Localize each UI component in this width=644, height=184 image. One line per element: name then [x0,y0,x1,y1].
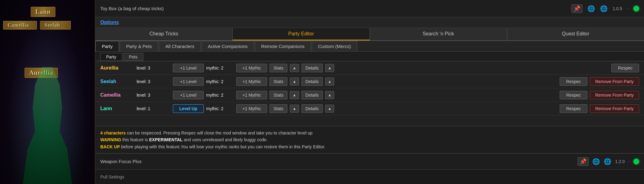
btn-arrow-details-lann[interactable]: ▲ [325,105,334,113]
char-name-seelah: Seelah [100,79,134,84]
btn-arrow-stats-seelah[interactable]: ▲ [290,78,299,86]
btn-details-aurellia[interactable]: Details [302,64,323,72]
pin-icon-top[interactable]: 📌 [571,4,582,13]
top-bar: Toy Box (a bag of cheap tricks) 📌 🌐 🌐 1.… [95,0,644,17]
char-level-aurellia: level: 3 [137,66,170,70]
bottom-bar-1-title: Weapon Focus Plus [100,159,574,164]
btn-respec-seelah[interactable]: Respec [560,77,587,86]
left-panel: Lann Camellia Seelah Aurellia [0,0,95,184]
btn-level-up-seelah[interactable]: +1 Level [173,77,204,86]
dash-bottom1: - [628,159,630,164]
btn-arrow-stats-aurellia[interactable]: ▲ [290,64,299,72]
label-lann: Lann [31,7,55,17]
table-row: Seelah level: 3 +1 Level mythic: 2 +1 My… [95,75,644,88]
sub-tab-custom-mercs[interactable]: Custom (Mercs) [312,41,358,51]
info-warn: WARNING [100,137,121,142]
info-bold2: EXPERIMENTAL [149,137,183,142]
label-seelah: Seelah [40,21,71,30]
sub-tab-remote-companions[interactable]: Remote Companions [255,41,311,51]
globe-icon-top2: 🌐 [600,5,608,12]
btn-mythic-aurellia[interactable]: +1 Mythic [236,64,267,72]
btn-remove-camellia[interactable]: Remove From Party [590,91,639,99]
options-link[interactable]: Options [100,20,119,25]
char-mythic-lann: mythic: 2 [206,106,234,111]
btn-details-lann[interactable]: Details [302,104,323,113]
tab-party-editor[interactable]: Party Editor [233,28,370,40]
info-line3: BACK UP before playing with this feature… [100,143,639,150]
btn-arrow-stats-camellia[interactable]: ▲ [290,91,299,99]
btn-arrow-details-camellia[interactable]: ▲ [325,91,334,99]
btn-mythic-lann[interactable]: +1 Mythic [236,104,267,113]
tab-search-pick[interactable]: Search 'n Pick [370,28,507,40]
info-box: 4 characters can be respecced. Pressing … [95,126,644,153]
btn-mythic-camellia[interactable]: +1 Mythic [236,91,267,99]
tab-cheap-tricks[interactable]: Cheap Tricks [95,28,233,40]
top-bar-title: Toy Box (a bag of cheap tricks) [100,6,566,11]
globe-icon-bottom1b: 🌐 [604,158,611,165]
btn-mythic-seelah[interactable]: +1 Mythic [236,77,267,86]
char-name-camellia: Camellia [100,92,134,98]
table-row: Lann level: 1 Level Up mythic: 2 +1 Myth… [95,102,644,115]
pin-icon-bottom1[interactable]: 📌 [578,157,589,166]
btn-level-up-aurellia[interactable]: +1 Level [173,64,204,72]
btn-respec-lann[interactable]: Respec [560,104,587,113]
btn-stats-camellia[interactable]: Stats [270,91,287,99]
char-level-seelah: level: 3 [137,79,170,84]
label-camellia: Camellia [3,21,37,30]
btn-arrow-details-aurellia[interactable]: ▲ [325,64,334,72]
btn-respec-aurellia[interactable]: Respec [611,64,639,72]
btn-respec-camellia[interactable]: Respec [560,91,587,99]
btn-stats-aurellia[interactable]: Stats [270,64,287,72]
btn-level-up-camellia[interactable]: +1 Level [173,91,204,99]
char-mythic-seelah: mythic: 2 [206,79,234,84]
main-panel: Toy Box (a bag of cheap tricks) 📌 🌐 🌐 1.… [95,0,644,184]
btn-remove-lann[interactable]: Remove From Party [590,104,639,113]
globe-icon-bottom1a: 🌐 [592,158,600,165]
char-level-lann: level: 1 [137,106,170,111]
btn-stats-lann[interactable]: Stats [270,104,287,113]
dash-top: - [627,6,629,11]
bottom-bar-1: Weapon Focus Plus 📌 🌐 🌐 1.2.0 - [95,153,644,169]
sub-tabs-row2: Party Pets [95,52,644,61]
char-level-camellia: level: 3 [137,93,170,98]
bottom-bar-2: Pull Settings [95,169,644,184]
sub-tab2-pets[interactable]: Pets [123,53,143,61]
btn-level-up-lann[interactable]: Level Up [173,104,204,113]
info-rest2: and uses unreleased and likely buggy cod… [184,137,267,142]
sub-tab-active-companions[interactable]: Active Companions [202,41,254,51]
table-row: Camellia level: 3 +1 Level mythic: 2 +1 … [95,88,644,102]
info-bold1: 4 characters [100,130,126,135]
info-line2: WARNING this feature is EXPERIMENTAL and… [100,136,639,143]
version-bottom1: 1.2.0 [615,159,625,164]
status-dot-top [634,6,639,11]
sub-tab-all-characters[interactable]: All Characters [159,41,201,51]
btn-remove-seelah[interactable]: Remove From Party [590,77,639,86]
tab-quest-editor[interactable]: Quest Editor [507,28,644,40]
status-dot-bottom1 [634,159,639,164]
sub-tab-party-pets[interactable]: Party & Pets [120,41,158,51]
globe-icon-top1: 🌐 [587,5,595,12]
sub-tabs: Party Party & Pets All Characters Active… [95,41,644,52]
char-name-aurellia: Aurellia [100,65,134,71]
char-mythic-camellia: mythic: 2 [206,93,234,98]
main-tabs: Cheap Tricks Party Editor Search 'n Pick… [95,28,644,41]
info-backup: BACK UP [100,144,120,149]
btn-details-seelah[interactable]: Details [302,77,323,86]
btn-stats-seelah[interactable]: Stats [270,77,287,86]
options-bar: Options [95,17,644,28]
btn-details-camellia[interactable]: Details [302,91,323,99]
char-mythic-aurellia: mythic: 2 [206,66,234,70]
sub-tab2-party[interactable]: Party [100,53,122,61]
sub-tab-party[interactable]: Party [95,41,119,51]
version-text-top: 1.0.5 [613,6,622,11]
table-row: Aurellia level: 3 +1 Level mythic: 2 +1 … [95,61,644,75]
btn-arrow-details-seelah[interactable]: ▲ [325,78,334,86]
bottom-bar-2-title: Pull Settings [100,174,639,179]
info-rest1: can be respecced. Pressing Respec will c… [127,130,312,135]
info-line1: 4 characters can be respecced. Pressing … [100,130,639,136]
character-table: Aurellia level: 3 +1 Level mythic: 2 +1 … [95,61,644,126]
info-mid2: this feature is [122,137,149,142]
info-rest3: before playing with this feature.You wil… [121,144,325,149]
btn-arrow-stats-lann[interactable]: ▲ [290,105,299,113]
char-name-lann: Lann [100,106,134,111]
